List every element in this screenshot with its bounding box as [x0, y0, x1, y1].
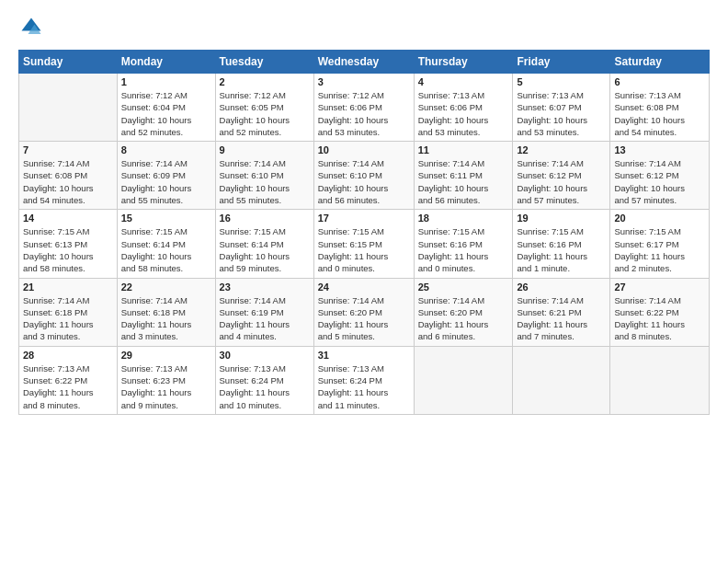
week-row-3: 14Sunrise: 7:15 AMSunset: 6:13 PMDayligh…	[19, 210, 710, 278]
day-info: Sunrise: 7:13 AMSunset: 6:23 PMDaylight:…	[121, 362, 211, 411]
day-number: 30	[220, 350, 310, 361]
day-number: 9	[220, 144, 310, 155]
calendar-cell: 22Sunrise: 7:14 AMSunset: 6:18 PMDayligh…	[117, 278, 215, 346]
day-info: Sunrise: 7:15 AMSunset: 6:13 PMDaylight:…	[23, 225, 113, 274]
day-number: 19	[517, 213, 606, 224]
day-info: Sunrise: 7:13 AMSunset: 6:22 PMDaylight:…	[23, 362, 113, 411]
day-number: 15	[121, 213, 211, 224]
calendar-cell: 23Sunrise: 7:14 AMSunset: 6:19 PMDayligh…	[215, 278, 313, 346]
calendar-cell: 11Sunrise: 7:14 AMSunset: 6:11 PMDayligh…	[414, 142, 513, 210]
calendar-cell: 9Sunrise: 7:14 AMSunset: 6:10 PMDaylight…	[215, 142, 313, 210]
weekday-header-saturday: Saturday	[610, 51, 710, 74]
day-number: 2	[220, 76, 310, 87]
day-info: Sunrise: 7:12 AMSunset: 6:05 PMDaylight:…	[220, 89, 310, 138]
day-number: 14	[23, 213, 113, 224]
day-number: 20	[614, 213, 705, 224]
calendar-cell: 7Sunrise: 7:14 AMSunset: 6:08 PMDaylight…	[19, 142, 118, 210]
day-info: Sunrise: 7:14 AMSunset: 6:20 PMDaylight:…	[418, 294, 509, 343]
calendar-cell: 29Sunrise: 7:13 AMSunset: 6:23 PMDayligh…	[117, 346, 215, 414]
calendar-cell: 10Sunrise: 7:14 AMSunset: 6:10 PMDayligh…	[313, 142, 414, 210]
day-number: 13	[614, 144, 705, 155]
day-number: 12	[517, 144, 606, 155]
weekday-header-tuesday: Tuesday	[215, 51, 313, 74]
calendar-cell: 12Sunrise: 7:14 AMSunset: 6:12 PMDayligh…	[513, 142, 610, 210]
day-info: Sunrise: 7:14 AMSunset: 6:08 PMDaylight:…	[23, 157, 113, 206]
calendar-cell: 25Sunrise: 7:14 AMSunset: 6:20 PMDayligh…	[414, 278, 513, 346]
weekday-header-sunday: Sunday	[19, 51, 118, 74]
day-info: Sunrise: 7:15 AMSunset: 6:16 PMDaylight:…	[517, 225, 606, 274]
calendar-cell: 19Sunrise: 7:15 AMSunset: 6:16 PMDayligh…	[513, 210, 610, 278]
calendar-cell: 31Sunrise: 7:13 AMSunset: 6:24 PMDayligh…	[313, 346, 414, 414]
weekday-header-friday: Friday	[513, 51, 610, 74]
day-number: 1	[121, 76, 211, 87]
calendar-cell: 2Sunrise: 7:12 AMSunset: 6:05 PMDaylight…	[215, 74, 313, 142]
day-info: Sunrise: 7:12 AMSunset: 6:04 PMDaylight:…	[121, 89, 211, 138]
calendar-cell: 8Sunrise: 7:14 AMSunset: 6:09 PMDaylight…	[117, 142, 215, 210]
calendar-cell	[19, 74, 118, 142]
calendar-cell: 27Sunrise: 7:14 AMSunset: 6:22 PMDayligh…	[610, 278, 710, 346]
calendar-cell: 14Sunrise: 7:15 AMSunset: 6:13 PMDayligh…	[19, 210, 118, 278]
day-info: Sunrise: 7:14 AMSunset: 6:22 PMDaylight:…	[614, 294, 705, 343]
day-number: 17	[318, 213, 410, 224]
svg-marker-0	[22, 18, 41, 31]
day-info: Sunrise: 7:13 AMSunset: 6:08 PMDaylight:…	[614, 89, 705, 138]
day-number: 6	[614, 76, 705, 87]
day-info: Sunrise: 7:15 AMSunset: 6:17 PMDaylight:…	[614, 225, 705, 274]
logo-icon	[18, 15, 44, 40]
calendar-cell: 24Sunrise: 7:14 AMSunset: 6:20 PMDayligh…	[313, 278, 414, 346]
day-info: Sunrise: 7:15 AMSunset: 6:14 PMDaylight:…	[121, 225, 211, 274]
day-info: Sunrise: 7:15 AMSunset: 6:14 PMDaylight:…	[220, 225, 310, 274]
calendar-cell	[513, 346, 610, 414]
calendar-cell: 30Sunrise: 7:13 AMSunset: 6:24 PMDayligh…	[215, 346, 313, 414]
day-info: Sunrise: 7:14 AMSunset: 6:11 PMDaylight:…	[418, 157, 509, 206]
calendar-cell: 17Sunrise: 7:15 AMSunset: 6:15 PMDayligh…	[313, 210, 414, 278]
day-number: 11	[418, 144, 509, 155]
day-info: Sunrise: 7:14 AMSunset: 6:21 PMDaylight:…	[517, 294, 606, 343]
day-number: 10	[318, 144, 410, 155]
day-number: 21	[23, 282, 113, 293]
calendar-cell: 3Sunrise: 7:12 AMSunset: 6:06 PMDaylight…	[313, 74, 414, 142]
calendar-cell: 16Sunrise: 7:15 AMSunset: 6:14 PMDayligh…	[215, 210, 313, 278]
week-row-2: 7Sunrise: 7:14 AMSunset: 6:08 PMDaylight…	[19, 142, 710, 210]
week-row-4: 21Sunrise: 7:14 AMSunset: 6:18 PMDayligh…	[19, 278, 710, 346]
page: SundayMondayTuesdayWednesdayThursdayFrid…	[0, 0, 728, 563]
day-number: 31	[318, 350, 410, 361]
day-number: 7	[23, 144, 113, 155]
day-info: Sunrise: 7:14 AMSunset: 6:19 PMDaylight:…	[220, 294, 310, 343]
day-number: 3	[318, 76, 410, 87]
day-info: Sunrise: 7:14 AMSunset: 6:18 PMDaylight:…	[23, 294, 113, 343]
day-info: Sunrise: 7:13 AMSunset: 6:24 PMDaylight:…	[220, 362, 310, 411]
day-info: Sunrise: 7:14 AMSunset: 6:12 PMDaylight:…	[517, 157, 606, 206]
calendar-cell	[610, 346, 710, 414]
calendar-cell: 4Sunrise: 7:13 AMSunset: 6:06 PMDaylight…	[414, 74, 513, 142]
calendar-cell: 28Sunrise: 7:13 AMSunset: 6:22 PMDayligh…	[19, 346, 118, 414]
day-info: Sunrise: 7:14 AMSunset: 6:10 PMDaylight:…	[220, 157, 310, 206]
day-info: Sunrise: 7:13 AMSunset: 6:24 PMDaylight:…	[318, 362, 410, 411]
weekday-header-monday: Monday	[117, 51, 215, 74]
header	[18, 15, 710, 40]
weekday-header-wednesday: Wednesday	[313, 51, 414, 74]
day-number: 28	[23, 350, 113, 361]
calendar-cell: 21Sunrise: 7:14 AMSunset: 6:18 PMDayligh…	[19, 278, 118, 346]
calendar-cell: 1Sunrise: 7:12 AMSunset: 6:04 PMDaylight…	[117, 74, 215, 142]
day-number: 4	[418, 76, 509, 87]
calendar-cell: 26Sunrise: 7:14 AMSunset: 6:21 PMDayligh…	[513, 278, 610, 346]
day-info: Sunrise: 7:14 AMSunset: 6:20 PMDaylight:…	[318, 294, 410, 343]
day-number: 16	[220, 213, 310, 224]
day-info: Sunrise: 7:12 AMSunset: 6:06 PMDaylight:…	[318, 89, 410, 138]
day-number: 26	[517, 282, 606, 293]
day-info: Sunrise: 7:14 AMSunset: 6:18 PMDaylight:…	[121, 294, 211, 343]
calendar-cell: 6Sunrise: 7:13 AMSunset: 6:08 PMDaylight…	[610, 74, 710, 142]
calendar-cell: 20Sunrise: 7:15 AMSunset: 6:17 PMDayligh…	[610, 210, 710, 278]
calendar-table: SundayMondayTuesdayWednesdayThursdayFrid…	[18, 50, 710, 415]
day-info: Sunrise: 7:14 AMSunset: 6:09 PMDaylight:…	[121, 157, 211, 206]
day-number: 29	[121, 350, 211, 361]
calendar-cell: 13Sunrise: 7:14 AMSunset: 6:12 PMDayligh…	[610, 142, 710, 210]
day-info: Sunrise: 7:15 AMSunset: 6:15 PMDaylight:…	[318, 225, 410, 274]
day-number: 24	[318, 282, 410, 293]
calendar-cell: 15Sunrise: 7:15 AMSunset: 6:14 PMDayligh…	[117, 210, 215, 278]
weekday-header-thursday: Thursday	[414, 51, 513, 74]
day-number: 22	[121, 282, 211, 293]
day-number: 25	[418, 282, 509, 293]
day-number: 18	[418, 213, 509, 224]
